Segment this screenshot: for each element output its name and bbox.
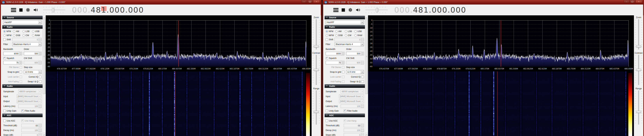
source-device-select[interactable]: HackRF ▼ bbox=[326, 20, 364, 24]
menu-button[interactable] bbox=[11, 8, 16, 12]
maximize-button[interactable] bbox=[307, 0, 313, 3]
swap-iq-checkbox[interactable] bbox=[39, 80, 42, 83]
mode-dsb-radio[interactable]: DSB bbox=[335, 34, 345, 37]
frequency-display[interactable]: 000.481.000.000 bbox=[72, 6, 144, 14]
filter-select[interactable]: Blackman-Harris 4 ▼ bbox=[12, 42, 42, 46]
contrast-slider[interactable] bbox=[635, 55, 642, 85]
zoom-slider[interactable] bbox=[312, 19, 320, 49]
agc-panel-header[interactable]: ▼ AGC bbox=[2, 113, 42, 117]
spinner-arrows-icon[interactable]: ▲▼ bbox=[19, 61, 22, 64]
bandwidth-input[interactable]: 8000 ▲▼ bbox=[3, 52, 22, 55]
volume-thumb[interactable] bbox=[376, 8, 378, 12]
frequency-digits[interactable]: 48 bbox=[413, 6, 424, 14]
snap-to-grid-checkbox[interactable] bbox=[342, 71, 344, 73]
menu-button[interactable] bbox=[333, 8, 338, 12]
agc-panel-header[interactable]: ▼ AGC bbox=[324, 113, 365, 117]
mode-nfm-radio[interactable]: NFM bbox=[326, 30, 335, 33]
contrast-slider[interactable] bbox=[312, 55, 320, 85]
mode-wfm-radio[interactable]: WFM bbox=[3, 34, 13, 37]
scrollbar-thumb[interactable] bbox=[365, 19, 368, 94]
spinner-arrows-icon[interactable]: ▲▼ bbox=[342, 52, 344, 55]
waterfall-display[interactable] bbox=[368, 72, 627, 136]
frequency-digits[interactable]: .000.000 bbox=[106, 6, 144, 14]
waterfall-display[interactable] bbox=[46, 72, 304, 136]
spinner-arrows-icon[interactable]: ▲▼ bbox=[39, 52, 42, 55]
correct-iq-checkbox[interactable] bbox=[39, 76, 42, 78]
source-panel-header[interactable]: ▼ Source bbox=[324, 16, 365, 19]
filter-audio-checkbox[interactable] bbox=[344, 110, 346, 112]
volume-slider[interactable] bbox=[43, 7, 65, 13]
step-size-select[interactable]: 12.5 kHz ▼ bbox=[346, 70, 364, 74]
slider-thumb[interactable] bbox=[636, 111, 641, 113]
squelch-checkbox[interactable] bbox=[326, 57, 328, 59]
freq-digit-highlight[interactable]: 1 bbox=[101, 6, 106, 14]
audio-mute-button[interactable] bbox=[356, 8, 360, 12]
stop-button[interactable] bbox=[342, 8, 345, 12]
titlebar[interactable]: SDR# v1.0.0.1328 - IQ Imbalance: Gain = … bbox=[1, 0, 321, 5]
sidebar-scrollbar[interactable]: ▲ ▼ bbox=[42, 15, 46, 136]
mode-wfm-radio[interactable]: WFM bbox=[326, 34, 335, 37]
frequency-leading-zeros[interactable]: 000. bbox=[72, 6, 91, 14]
unity-gain-checkbox[interactable] bbox=[326, 110, 328, 112]
minimize-button[interactable]: – bbox=[624, 0, 629, 3]
correct-iq-checkbox[interactable] bbox=[362, 76, 364, 78]
squelch-checkbox[interactable] bbox=[3, 57, 6, 59]
zoom-slider[interactable] bbox=[635, 19, 642, 49]
radio-panel-header[interactable]: ▼ Radio bbox=[324, 25, 365, 29]
sidebar-scrollbar[interactable]: ▲ ▼ bbox=[365, 15, 368, 136]
titlebar[interactable]: SDR# v1.0.0.1328 - IQ Imbalance: Gain = … bbox=[323, 0, 643, 5]
settings-button[interactable] bbox=[26, 8, 30, 12]
spectrum-plot[interactable] bbox=[50, 20, 306, 66]
scroll-up-arrow-icon[interactable]: ▲ bbox=[43, 16, 46, 19]
mode-cw-radio[interactable]: CW bbox=[22, 34, 32, 37]
close-button[interactable]: × bbox=[313, 0, 320, 3]
unity-gain-checkbox[interactable] bbox=[3, 110, 6, 112]
source-panel-header[interactable]: ▼ Source bbox=[2, 16, 42, 19]
shift-checkbox[interactable] bbox=[326, 38, 328, 41]
spinner-arrows-icon[interactable]: ▲▼ bbox=[361, 52, 364, 55]
mode-usb-radio[interactable]: USB bbox=[354, 30, 364, 33]
swap-iq-checkbox[interactable] bbox=[362, 80, 364, 83]
mode-raw-radio[interactable]: RAW bbox=[32, 34, 42, 37]
scroll-down-arrow-icon[interactable]: ▼ bbox=[365, 133, 368, 136]
use-agc-checkbox[interactable] bbox=[326, 120, 328, 122]
freq-digit-highlight[interactable]: 1 bbox=[424, 6, 429, 14]
audio-mute-button[interactable] bbox=[33, 8, 38, 12]
use-agc-checkbox[interactable] bbox=[3, 120, 6, 122]
spectrum-plot[interactable] bbox=[373, 20, 629, 66]
slider-thumb[interactable] bbox=[636, 69, 641, 71]
frequency-display[interactable]: 000.481.000.000 bbox=[394, 6, 466, 14]
range-slider[interactable] bbox=[635, 91, 642, 124]
slider-thumb[interactable] bbox=[314, 111, 319, 113]
maximize-button[interactable] bbox=[630, 0, 635, 3]
volume-slider[interactable] bbox=[366, 7, 388, 13]
stop-button[interactable] bbox=[19, 8, 22, 12]
mode-raw-radio[interactable]: RAW bbox=[354, 34, 364, 37]
scroll-up-arrow-icon[interactable]: ▲ bbox=[365, 16, 368, 19]
squelch-input[interactable]: 75 ▲▼ bbox=[3, 61, 22, 64]
audio-panel-header[interactable]: ▼ Audio bbox=[324, 84, 365, 88]
scrollbar-thumb[interactable] bbox=[43, 19, 46, 94]
volume-thumb[interactable] bbox=[52, 8, 54, 12]
slider-thumb[interactable] bbox=[314, 69, 319, 71]
step-size-select[interactable]: 12.5 kHz ▼ bbox=[24, 70, 42, 74]
mode-dsb-radio[interactable]: DSB bbox=[13, 34, 22, 37]
squelch-input[interactable]: 75 ▲▼ bbox=[326, 61, 344, 64]
source-device-select[interactable]: HackRF ▼ bbox=[3, 20, 42, 24]
slider-thumb[interactable] bbox=[314, 45, 319, 47]
filter-select[interactable]: Blackman-Harris 4 ▼ bbox=[335, 42, 364, 46]
spinner-arrows-icon[interactable]: ▲▼ bbox=[342, 61, 344, 64]
frequency-digits[interactable]: .000.000 bbox=[429, 6, 466, 14]
snap-to-grid-checkbox[interactable] bbox=[20, 71, 22, 73]
audio-panel-header[interactable]: ▼ Audio bbox=[2, 84, 42, 88]
mode-cw-radio[interactable]: CW bbox=[345, 34, 354, 37]
slider-thumb[interactable] bbox=[636, 45, 641, 47]
mode-am-radio[interactable]: AM bbox=[335, 30, 345, 33]
close-button[interactable]: × bbox=[636, 0, 642, 3]
range-slider[interactable] bbox=[312, 91, 320, 124]
frequency-digits[interactable]: 48 bbox=[91, 6, 101, 14]
radio-panel-header[interactable]: ▼ Radio bbox=[2, 25, 42, 29]
filter-audio-checkbox[interactable] bbox=[21, 110, 24, 112]
mode-nfm-radio[interactable]: NFM bbox=[3, 30, 13, 33]
mode-lsb-radio[interactable]: LSB bbox=[345, 30, 354, 33]
